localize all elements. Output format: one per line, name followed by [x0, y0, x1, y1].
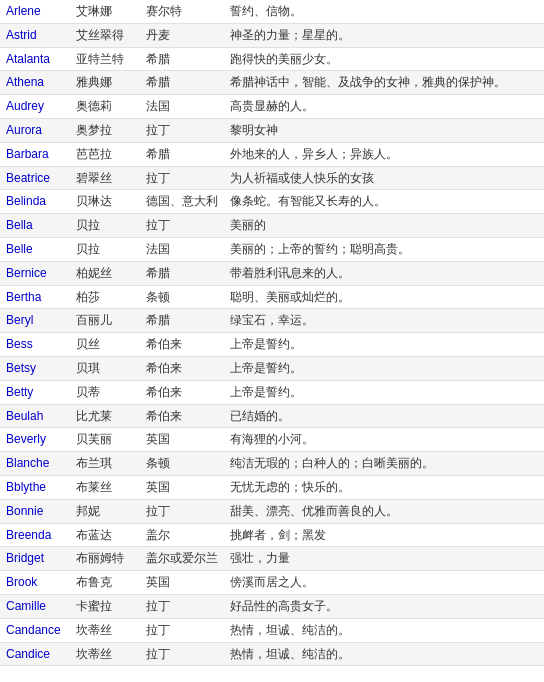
meaning-cell: 上帝是誓约。	[224, 333, 544, 357]
name-cell[interactable]: Camille	[0, 594, 70, 618]
origin-cell: 法国	[140, 237, 224, 261]
name-cell[interactable]: Betty	[0, 380, 70, 404]
name-cell[interactable]: Bella	[0, 214, 70, 238]
meaning-cell: 美丽的	[224, 214, 544, 238]
meaning-cell: 傍溪而居之人。	[224, 571, 544, 595]
table-row: Arlene艾琳娜赛尔特誓约、信物。	[0, 0, 544, 23]
origin-cell: 拉丁	[140, 618, 224, 642]
chinese-name-cell: 艾琳娜	[70, 0, 140, 23]
table-row: Bertha柏莎条顿聪明、美丽或灿烂的。	[0, 285, 544, 309]
meaning-cell: 像条蛇。有智能又长寿的人。	[224, 190, 544, 214]
chinese-name-cell: 柏莎	[70, 285, 140, 309]
name-cell[interactable]: Breenda	[0, 523, 70, 547]
origin-cell: 赛尔特	[140, 0, 224, 23]
name-cell[interactable]: Belinda	[0, 190, 70, 214]
meaning-cell: 热情，坦诚、纯洁的。	[224, 618, 544, 642]
name-cell[interactable]: Athena	[0, 71, 70, 95]
name-cell[interactable]: Beryl	[0, 309, 70, 333]
origin-cell: 拉丁	[140, 642, 224, 666]
meaning-cell: 神圣的力量；星星的。	[224, 23, 544, 47]
table-row: Bernice柏妮丝希腊带着胜利讯息来的人。	[0, 261, 544, 285]
chinese-name-cell: 邦妮	[70, 499, 140, 523]
name-cell[interactable]: Brook	[0, 571, 70, 595]
name-cell[interactable]: Aurora	[0, 118, 70, 142]
table-row: Audrey奥德莉法国高贵显赫的人。	[0, 95, 544, 119]
table-row: Bonnie邦妮拉丁甜美、漂亮、优雅而善良的人。	[0, 499, 544, 523]
name-cell[interactable]: Bernice	[0, 261, 70, 285]
table-row: Beverly贝芙丽英国有海狸的小河。	[0, 428, 544, 452]
table-row: Barbara芭芭拉希腊外地来的人，异乡人；异族人。	[0, 142, 544, 166]
chinese-name-cell: 雅典娜	[70, 71, 140, 95]
table-row: Blanche布兰琪条顿纯洁无瑕的；白种人的；白晰美丽的。	[0, 452, 544, 476]
table-row: Athena雅典娜希腊希腊神话中，智能、及战争的女神，雅典的保护神。	[0, 71, 544, 95]
origin-cell: 拉丁	[140, 166, 224, 190]
name-cell[interactable]: Astrid	[0, 23, 70, 47]
meaning-cell: 有海狸的小河。	[224, 428, 544, 452]
table-row: Aurora奥梦拉拉丁黎明女神	[0, 118, 544, 142]
name-cell[interactable]: Bertha	[0, 285, 70, 309]
chinese-name-cell: 芭芭拉	[70, 142, 140, 166]
table-row: Breenda布蓝达盖尔挑衅者，剑；黑发	[0, 523, 544, 547]
names-table: Arlene艾琳娜赛尔特誓约、信物。Astrid艾丝翠得丹麦神圣的力量；星星的。…	[0, 0, 544, 666]
origin-cell: 希腊	[140, 142, 224, 166]
chinese-name-cell: 贝琪	[70, 356, 140, 380]
name-cell[interactable]: Blanche	[0, 452, 70, 476]
origin-cell: 希伯来	[140, 333, 224, 357]
chinese-name-cell: 亚特兰特	[70, 47, 140, 71]
name-cell[interactable]: Belle	[0, 237, 70, 261]
meaning-cell: 为人祈福或使人快乐的女孩	[224, 166, 544, 190]
table-row: Beulah比尤莱希伯来已结婚的。	[0, 404, 544, 428]
chinese-name-cell: 贝拉	[70, 214, 140, 238]
chinese-name-cell: 坎蒂丝	[70, 618, 140, 642]
table-row: Candice坎蒂丝拉丁热情，坦诚、纯洁的。	[0, 642, 544, 666]
name-cell[interactable]: Bridget	[0, 547, 70, 571]
name-cell[interactable]: Atalanta	[0, 47, 70, 71]
table-row: Betty贝蒂希伯来上帝是誓约。	[0, 380, 544, 404]
meaning-cell: 无忧无虑的；快乐的。	[224, 475, 544, 499]
table-row: Brook布鲁克英国傍溪而居之人。	[0, 571, 544, 595]
chinese-name-cell: 布蓝达	[70, 523, 140, 547]
origin-cell: 希伯来	[140, 380, 224, 404]
name-cell[interactable]: Beverly	[0, 428, 70, 452]
name-cell[interactable]: Beatrice	[0, 166, 70, 190]
name-cell[interactable]: Bblythe	[0, 475, 70, 499]
name-cell[interactable]: Arlene	[0, 0, 70, 23]
name-cell[interactable]: Bess	[0, 333, 70, 357]
chinese-name-cell: 贝琳达	[70, 190, 140, 214]
table-row: Belinda贝琳达德国、意大利像条蛇。有智能又长寿的人。	[0, 190, 544, 214]
name-cell[interactable]: Beulah	[0, 404, 70, 428]
meaning-cell: 跑得快的美丽少女。	[224, 47, 544, 71]
chinese-name-cell: 柏妮丝	[70, 261, 140, 285]
chinese-name-cell: 布丽姆特	[70, 547, 140, 571]
name-cell[interactable]: Bonnie	[0, 499, 70, 523]
name-cell[interactable]: Barbara	[0, 142, 70, 166]
chinese-name-cell: 贝拉	[70, 237, 140, 261]
chinese-name-cell: 贝蒂	[70, 380, 140, 404]
meaning-cell: 上帝是誓约。	[224, 356, 544, 380]
name-cell[interactable]: Betsy	[0, 356, 70, 380]
meaning-cell: 高贵显赫的人。	[224, 95, 544, 119]
meaning-cell: 誓约、信物。	[224, 0, 544, 23]
origin-cell: 希腊	[140, 309, 224, 333]
name-cell[interactable]: Audrey	[0, 95, 70, 119]
table-row: Candance坎蒂丝拉丁热情，坦诚、纯洁的。	[0, 618, 544, 642]
meaning-cell: 挑衅者，剑；黑发	[224, 523, 544, 547]
table-row: Bella贝拉拉丁美丽的	[0, 214, 544, 238]
table-row: Betsy贝琪希伯来上帝是誓约。	[0, 356, 544, 380]
origin-cell: 法国	[140, 95, 224, 119]
origin-cell: 希腊	[140, 261, 224, 285]
origin-cell: 拉丁	[140, 214, 224, 238]
table-row: Beatrice碧翠丝拉丁为人祈福或使人快乐的女孩	[0, 166, 544, 190]
meaning-cell: 美丽的；上帝的誓约；聪明高贵。	[224, 237, 544, 261]
name-cell[interactable]: Candice	[0, 642, 70, 666]
chinese-name-cell: 碧翠丝	[70, 166, 140, 190]
meaning-cell: 绿宝石，幸运。	[224, 309, 544, 333]
origin-cell: 拉丁	[140, 118, 224, 142]
table-row: Astrid艾丝翠得丹麦神圣的力量；星星的。	[0, 23, 544, 47]
chinese-name-cell: 比尤莱	[70, 404, 140, 428]
origin-cell: 希伯来	[140, 356, 224, 380]
chinese-name-cell: 贝芙丽	[70, 428, 140, 452]
chinese-name-cell: 布鲁克	[70, 571, 140, 595]
meaning-cell: 聪明、美丽或灿烂的。	[224, 285, 544, 309]
name-cell[interactable]: Candance	[0, 618, 70, 642]
